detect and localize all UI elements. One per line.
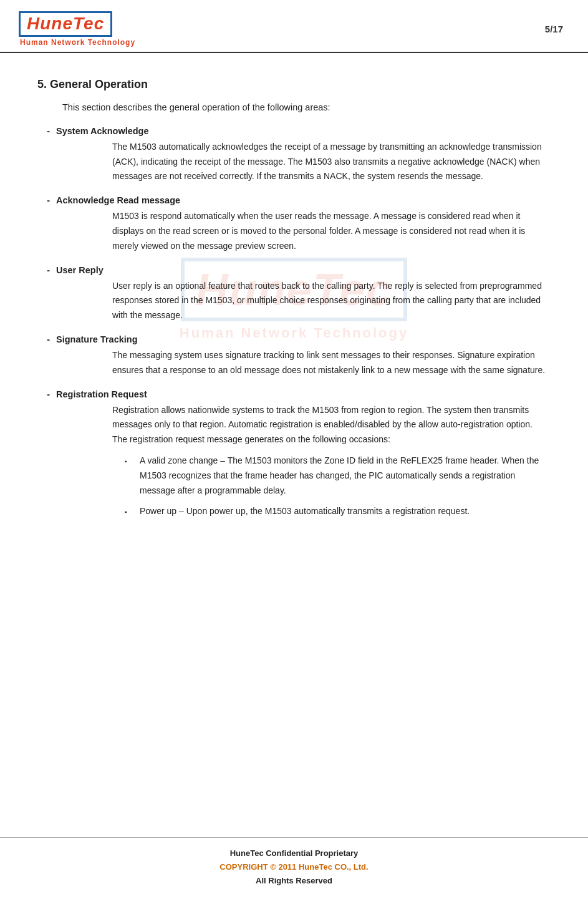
- bullet-body-4: The messaging system uses signature trac…: [112, 348, 551, 378]
- section-heading: General Operation: [50, 78, 148, 90]
- bullet-label-4: Signature Tracking: [56, 334, 138, 344]
- bullet-body-2: M1503 is respond automatically when the …: [112, 209, 551, 253]
- sub-bullet-item-2: ▪ Power up – Upon power up, the M1503 au…: [125, 504, 551, 519]
- sub-bullet-list-5: ▪ A valid zone change – The M1503 monito…: [112, 454, 551, 519]
- bullet-label-2: Acknowledge Read message: [56, 195, 180, 205]
- footer: HuneTec Confidential Proprietary COPYRIG…: [0, 837, 588, 899]
- bullet-label-row-4: - Signature Tracking: [37, 334, 551, 344]
- bullet-label-1: System Acknowledge: [56, 126, 149, 136]
- header: HuneTec Human Network Technology 5/17: [0, 0, 588, 53]
- logo-tec: Tec: [73, 14, 104, 33]
- bullet-label-5: Registration Request: [56, 389, 147, 399]
- bullet-dash-3: -: [37, 265, 50, 275]
- footer-line-2: COPYRIGHT © 2011 HuneTec CO., Ltd.: [6, 860, 582, 874]
- page-number: 5/17: [545, 24, 563, 34]
- logo-area: HuneTec Human Network Technology: [19, 11, 135, 47]
- footer-line-1: HuneTec Confidential Proprietary: [6, 847, 582, 860]
- logo-hune: Hune: [27, 14, 73, 33]
- sub-bullet-text-2: Power up – Upon power up, the M1503 auto…: [140, 504, 551, 519]
- bullet-dash-2: -: [37, 195, 50, 205]
- footer-line-3: All Rights Reserved: [6, 874, 582, 888]
- bullet-item-system-acknowledge: - System Acknowledge The M1503 automatic…: [37, 126, 551, 184]
- bullet-body-3: User reply is an optional feature that r…: [112, 279, 551, 323]
- sub-bullet-text-1: A valid zone change – The M1503 monitors…: [140, 454, 551, 498]
- bullet-item-signature-tracking: - Signature Tracking The messaging syste…: [37, 334, 551, 378]
- bullet-dash-4: -: [37, 334, 50, 344]
- page-wrapper: HuneTec Human Network Technology 5/17 Hu…: [0, 0, 588, 899]
- sub-bullet-dot-1: ▪: [125, 456, 135, 467]
- bullet-label-row-1: - System Acknowledge: [37, 126, 551, 136]
- sub-bullet-dot-2: ▪: [125, 507, 135, 517]
- logo-hunetec: HuneTec: [19, 11, 112, 37]
- bullet-list: - System Acknowledge The M1503 automatic…: [37, 126, 551, 519]
- bullet-label-row-3: - User Reply: [37, 265, 551, 275]
- bullet-label-3: User Reply: [56, 265, 104, 275]
- section-number: 5.: [37, 78, 47, 90]
- bullet-dash-5: -: [37, 389, 50, 399]
- sub-bullet-item-1: ▪ A valid zone change – The M1503 monito…: [125, 454, 551, 498]
- bullet-body-5: Registration allows nationwide systems t…: [112, 403, 551, 520]
- bullet-item-registration-request: - Registration Request Registration allo…: [37, 389, 551, 520]
- bullet-dash-1: -: [37, 126, 50, 136]
- logo-subtitle: Human Network Technology: [19, 38, 135, 47]
- bullet-label-row-5: - Registration Request: [37, 389, 551, 399]
- bullet-body-5-text: Registration allows nationwide systems t…: [112, 405, 533, 445]
- bullet-item-acknowledge-read: - Acknowledge Read message M1503 is resp…: [37, 195, 551, 253]
- main-content: 5. General Operation This section descri…: [0, 53, 588, 580]
- bullet-label-row-2: - Acknowledge Read message: [37, 195, 551, 205]
- bullet-body-1: The M1503 automatically acknowledges the…: [112, 140, 551, 184]
- section-intro: This section describes the general opera…: [62, 102, 551, 112]
- section-title: 5. General Operation: [37, 78, 551, 91]
- bullet-item-user-reply: - User Reply User reply is an optional f…: [37, 265, 551, 323]
